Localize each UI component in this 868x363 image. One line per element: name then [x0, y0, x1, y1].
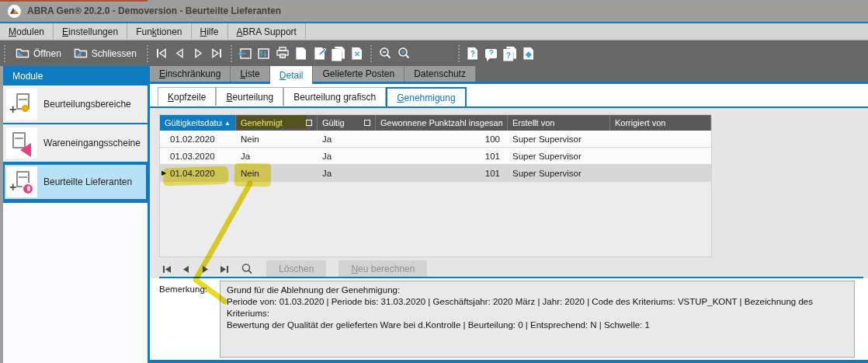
approval-grid: Gültigkeitsdatum von ▲ Genehmigt Gültig …: [159, 114, 712, 257]
tab-underline: [150, 82, 868, 84]
menu-hilfe[interactable]: Hilfe: [192, 23, 228, 40]
magnify-view-icon[interactable]: [394, 44, 413, 63]
print-icon[interactable]: [273, 44, 292, 63]
filter-icon[interactable]: [364, 120, 370, 126]
refresh-record-icon[interactable]: [255, 44, 273, 63]
previous-row-icon[interactable]: [179, 264, 193, 274]
goto-list-icon[interactable]: [236, 44, 255, 63]
first-record-icon[interactable]: [152, 44, 171, 63]
remark-line: Periode von: 01.03.2020 | Periode bis: 3…: [227, 296, 848, 319]
table-row[interactable]: 01.02.2020 Nein Ja 100 Super Supervisor: [160, 131, 711, 148]
column-header-erstellt-von[interactable]: Erstellt von: [508, 115, 610, 131]
close-folder-icon: [74, 47, 88, 61]
column-header-gueltig[interactable]: Gültig: [318, 115, 376, 131]
open-folder-icon: [16, 47, 30, 61]
module-sidebar: Module + Beurteilungsbereiche Wareneinga…: [0, 66, 150, 363]
toolbar: Öffnen Schliessen: [0, 40, 868, 66]
beurteilte-lieferanten-icon: +: [6, 166, 37, 197]
top-accent-stripe: [0, 0, 148, 2]
next-record-icon[interactable]: [189, 44, 208, 63]
last-row-icon[interactable]: [217, 264, 231, 274]
delete-button[interactable]: Löschen: [266, 260, 326, 277]
sidebar-divider: [148, 66, 150, 363]
toolbar-separator: [458, 45, 460, 62]
toolbar-separator: [370, 45, 372, 62]
genehmigung-panel: Gültigkeitsdatum von ▲ Genehmigt Gültig …: [150, 108, 868, 363]
tab-datenschutz[interactable]: Datenschutz: [404, 66, 476, 82]
subtab-genehmigung[interactable]: Genehmigung: [386, 87, 466, 108]
tab-gelieferte-posten[interactable]: Gelieferte Posten: [313, 66, 404, 82]
column-header-korrigiert-von[interactable]: Korrigiert von: [610, 115, 711, 131]
tab-detail[interactable]: Detail: [270, 66, 314, 84]
sidebar-header: Module: [3, 66, 148, 86]
column-header-genehmigt[interactable]: Genehmigt: [236, 115, 318, 131]
toolbar-separator: [4, 45, 5, 62]
subtab-kopfzeile[interactable]: Kopfzeile: [158, 87, 216, 106]
abra-logo-icon: [8, 5, 21, 18]
subtab-beurteilung[interactable]: Beurteilung: [216, 87, 283, 106]
new-record-icon[interactable]: [292, 44, 311, 63]
remark-line: Bewertung der Qualität der gelieferten W…: [227, 319, 848, 331]
menu-abra-support[interactable]: ABRA Support: [228, 23, 306, 40]
tab-liste[interactable]: Liste: [231, 66, 269, 82]
abra-gen-window: ABRA Gen® 20.2.0 - Demoversion - Beurtei…: [0, 0, 868, 363]
column-header-gueltigkeitsdatum[interactable]: Gültigkeitsdatum von ▲: [160, 115, 236, 131]
help-document-icon[interactable]: ?: [464, 44, 482, 63]
menu-einstellungen[interactable]: Einstellungen: [54, 23, 127, 40]
beurteilungsbereiche-icon: +: [6, 89, 37, 120]
grid-header-row: Gültigkeitsdatum von ▲ Genehmigt Gültig …: [160, 115, 711, 131]
remark-label: Bemerkung:: [159, 284, 207, 294]
remark-section: Bemerkung: Grund für die Ablehnung der G…: [150, 278, 868, 363]
window-bottom-border: [150, 360, 868, 363]
remark-line: Grund für die Ablehnung der Genehmigung:: [227, 284, 848, 296]
title-bar: ABRA Gen® 20.2.0 - Demoversion - Beurtei…: [0, 0, 868, 22]
sort-asc-icon: ▲: [224, 120, 231, 127]
sidebar-item-wareneingangsscheine[interactable]: Wareneingangsscheine: [3, 124, 148, 162]
main-tab-bar: Einschränkung Liste Detail Gelieferte Po…: [150, 66, 868, 82]
previous-record-icon[interactable]: [171, 44, 189, 63]
menu-modulen[interactable]: Modulen: [0, 23, 54, 40]
tab-einschraenkung[interactable]: Einschränkung: [150, 66, 231, 82]
toolbar-separator: [231, 45, 232, 62]
subtab-beurteilung-grafisch[interactable]: Beurteilung grafisch: [283, 87, 386, 106]
remark-textbox[interactable]: Grund für die Ablehnung der Genehmigung:…: [220, 281, 855, 358]
copy-record-icon[interactable]: [329, 44, 348, 63]
last-record-icon[interactable]: [208, 44, 227, 63]
subtab-underline: [150, 106, 868, 108]
edit-record-icon[interactable]: [311, 44, 329, 63]
menu-funktionen[interactable]: Funktionen: [127, 23, 191, 40]
delete-record-icon[interactable]: ✕: [348, 44, 366, 63]
first-row-icon[interactable]: [161, 264, 175, 274]
table-row[interactable]: 01.03.2020 Ja Ja 101 Super Supervisor: [160, 148, 711, 165]
sidebar-item-beurteilte-lieferanten[interactable]: + Beurteilte Lieferanten: [3, 163, 148, 201]
help-about-icon[interactable]: ◆: [519, 44, 538, 63]
wareneingangsscheine-icon: [6, 127, 37, 159]
zoom-view-icon[interactable]: [376, 44, 394, 63]
window-title: ABRA Gen® 20.2.0 - Demoversion - Beurtei…: [27, 5, 281, 16]
main-area: Einschränkung Liste Detail Gelieferte Po…: [150, 66, 868, 363]
search-rows-icon[interactable]: [240, 264, 254, 274]
toolbar-separator: [147, 45, 148, 62]
next-row-icon[interactable]: [198, 264, 212, 274]
column-header-punktzahl[interactable]: Gewonnene Punktzahl insgesamt: [376, 115, 508, 131]
open-button[interactable]: Öffnen: [9, 45, 68, 62]
menu-bar: Modulen Einstellungen Funktionen Hilfe A…: [0, 23, 868, 40]
help-context-icon[interactable]: ?: [482, 44, 501, 63]
close-button[interactable]: Schliessen: [68, 45, 143, 62]
current-row-marker-icon: ▶: [161, 169, 166, 176]
recalculate-button[interactable]: Neu berechnen: [339, 260, 427, 277]
filter-icon[interactable]: [306, 120, 312, 126]
sidebar-empty-area: [3, 203, 148, 363]
help-topics-icon[interactable]: ?: [501, 44, 519, 63]
record-navigator: Löschen Neu berechnen: [161, 260, 427, 277]
sidebar-item-beurteilungsbereiche[interactable]: + Beurteilungsbereiche: [3, 86, 148, 123]
detail-subtab-bar: Kopfzeile Beurteilung Beurteilung grafis…: [150, 84, 868, 106]
table-row-selected[interactable]: ▶01.04.2020 Nein Ja 101 Super Supervisor: [160, 165, 711, 182]
